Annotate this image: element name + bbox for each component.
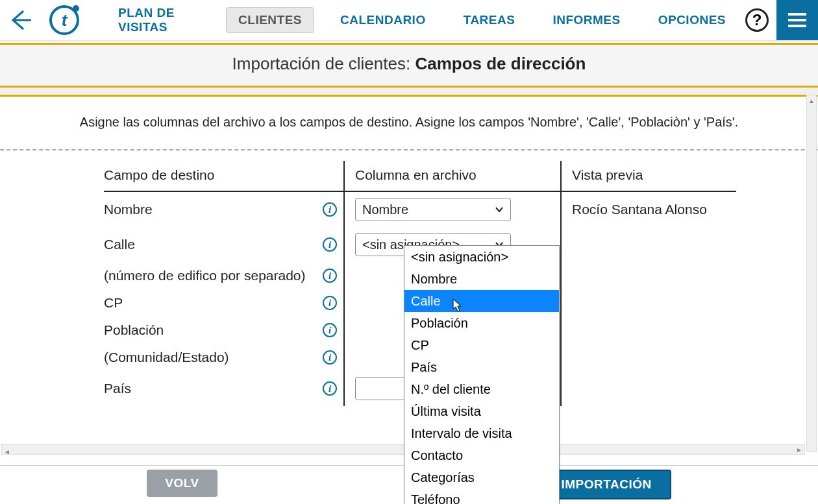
dest-field-label: Paísi — [104, 371, 344, 406]
nav-tabs: PLAN DE VISITASCLIENTESCALENDARIOTAREASI… — [87, 0, 737, 40]
dropdown-option[interactable]: País — [404, 356, 559, 378]
top-nav: t PLAN DE VISITASCLIENTESCALENDARIOTAREA… — [0, 0, 818, 42]
select-value: Nombre — [362, 202, 408, 217]
preview-cell — [561, 344, 736, 371]
nav-tab-plan-de-visitas[interactable]: PLAN DE VISITAS — [106, 1, 212, 40]
preview-cell — [561, 317, 736, 344]
header-preview: Vista previa — [561, 161, 736, 191]
info-icon[interactable]: i — [323, 296, 337, 310]
nav-tab-clientes[interactable]: CLIENTES — [226, 7, 314, 33]
svg-rect-2 — [788, 25, 806, 27]
instruction-text: Asigne las columnas del archivo a los ca… — [26, 115, 792, 130]
svg-rect-1 — [788, 19, 806, 21]
dest-field-label: Callei — [104, 227, 344, 262]
nav-tab-tareas[interactable]: TAREAS — [452, 8, 527, 32]
page-title-prefix: Importación de clientes: — [232, 54, 415, 73]
logo-icon: t — [49, 5, 79, 35]
hamburger-icon — [786, 8, 809, 32]
svg-rect-0 — [788, 13, 806, 16]
dropdown-option[interactable]: Última visita — [404, 400, 559, 422]
info-icon[interactable]: i — [323, 269, 337, 283]
preview-cell — [561, 227, 736, 262]
dropdown-option[interactable]: CP — [404, 334, 559, 356]
preview-cell — [561, 289, 736, 317]
dest-field-label: Nombrei — [104, 191, 344, 227]
scroll-left-icon[interactable]: ◄ — [2, 448, 12, 457]
info-icon[interactable]: i — [323, 323, 337, 337]
dropdown-option[interactable]: Intervalo de visita — [404, 422, 559, 444]
nav-tab-calendario[interactable]: CALENDARIO — [328, 8, 438, 32]
page-title-bold: Campos de dirección — [415, 54, 586, 73]
scroll-right-icon[interactable]: ► — [794, 445, 804, 454]
help-button[interactable]: ? — [737, 0, 776, 40]
help-icon: ? — [745, 8, 769, 32]
vertical-scrollbar[interactable]: ▲ — [806, 95, 817, 452]
info-icon[interactable]: i — [323, 202, 337, 217]
header-file: Columna en archivo — [344, 161, 561, 191]
nav-tab-informes[interactable]: INFORMES — [541, 8, 632, 32]
preview-cell — [561, 371, 736, 406]
dropdown-option[interactable]: Calle — [404, 290, 559, 312]
hamburger-menu-button[interactable] — [776, 0, 818, 40]
dropdown-option[interactable]: Categorías — [404, 466, 559, 488]
dest-field-label: Poblacióni — [104, 317, 344, 344]
dest-field-label: (Comunidad/Estado)i — [104, 344, 344, 371]
title-divider — [0, 88, 818, 97]
column-select[interactable]: Nombre — [355, 198, 511, 221]
info-icon[interactable]: i — [323, 350, 337, 365]
dropdown-option[interactable]: N.º del cliente — [404, 378, 559, 400]
preview-cell: Rocío Santana Alonso — [561, 191, 736, 227]
arrow-left-icon — [9, 8, 32, 32]
scroll-up-icon[interactable]: ▲ — [807, 95, 816, 106]
dropdown-option[interactable]: Teléfono — [404, 488, 559, 504]
column-dropdown-list[interactable]: <sin asignación>NombreCallePoblaciónCPPa… — [404, 245, 560, 504]
table-row: NombreiNombreRocío Santana Alonso — [104, 191, 736, 227]
file-column-cell: Nombre — [344, 191, 561, 227]
dest-field-label: (número de edifico por separado)i — [104, 262, 344, 289]
page-title-band: Importación de clientes: Campos de direc… — [0, 43, 818, 88]
horizontal-scrollbar[interactable]: ◄ ► — [1, 444, 805, 455]
dropdown-option[interactable]: <sin asignación> — [404, 246, 559, 268]
info-icon[interactable]: i — [323, 237, 337, 252]
info-icon[interactable]: i — [323, 381, 337, 396]
dashed-separator — [0, 149, 818, 150]
dropdown-option[interactable]: Contacto — [404, 444, 559, 466]
dest-field-label: CPi — [104, 289, 344, 317]
dropdown-option[interactable]: Nombre — [404, 268, 559, 290]
back-arrow-button[interactable] — [0, 0, 42, 40]
nav-tab-opciones[interactable]: OPCIONES — [647, 8, 737, 32]
chevron-down-icon — [495, 202, 504, 217]
app-logo: t — [42, 0, 87, 40]
back-button[interactable]: VOLV — [147, 470, 217, 497]
dropdown-option[interactable]: Población — [404, 312, 559, 334]
preview-cell — [561, 262, 736, 289]
header-dest: Campo de destino — [104, 161, 344, 191]
